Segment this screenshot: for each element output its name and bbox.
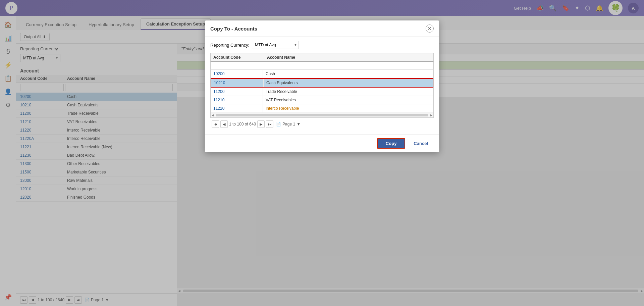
modal-filter-row xyxy=(210,62,434,70)
copy-button[interactable]: Copy xyxy=(377,138,406,149)
modal-overlay: Copy To - Accounts ✕ Reporting Currency:… xyxy=(0,0,644,306)
modal-scroll-left[interactable]: ◀ xyxy=(211,114,215,117)
modal-page-dropdown-arrow[interactable]: ▼ xyxy=(297,122,301,126)
modal-page-info: 1 to 100 of 640 xyxy=(229,122,256,126)
modal-scroll-right[interactable]: ▶ xyxy=(429,114,433,117)
modal-code-11210: 11210 xyxy=(211,96,263,104)
modal-name-trade-recv: Trade Receivable xyxy=(263,88,433,96)
modal-code-11220: 11220 xyxy=(211,104,263,112)
modal-page-icon: 📄 xyxy=(276,122,281,126)
modal-account-name-header: Account Name xyxy=(264,53,433,61)
modal-close-button[interactable]: ✕ xyxy=(426,24,434,33)
modal-code-10210: 10210 xyxy=(211,79,264,87)
modal-row-11220[interactable]: 11220 Interco Receivable xyxy=(211,104,433,113)
modal-name-cash: Cash xyxy=(263,70,433,78)
modal-code-filter-input[interactable] xyxy=(211,62,264,69)
modal-prev-page-button[interactable]: ◀ xyxy=(220,120,228,128)
modal-row-10200[interactable]: 10200 Cash xyxy=(211,70,433,78)
modal-row-11210[interactable]: 11210 VAT Receivables xyxy=(211,96,433,104)
copy-to-accounts-modal: Copy To - Accounts ✕ Reporting Currency:… xyxy=(205,20,439,152)
modal-reporting-select[interactable]: MTD at Avg xyxy=(252,41,299,49)
modal-next-page-button[interactable]: ▶ xyxy=(257,120,265,128)
modal-pagination: ⏮ ◀ 1 to 100 of 640 ▶ ⏭ 📄 Page 1 ▼ xyxy=(210,118,434,131)
modal-code-10200: 10200 xyxy=(211,70,263,78)
modal-name-filter-input[interactable] xyxy=(264,62,433,69)
modal-select-wrapper: MTD at Avg xyxy=(252,41,299,49)
modal-last-page-button[interactable]: ⏭ xyxy=(266,120,273,128)
modal-name-cash-equiv: Cash Equivalents xyxy=(264,79,433,87)
modal-hscroll-thumb[interactable] xyxy=(216,114,428,116)
modal-name-vat-recv: VAT Receivables xyxy=(263,96,433,104)
modal-account-code-header: Account Code xyxy=(211,53,264,61)
modal-footer: Copy Cancel xyxy=(205,135,439,152)
modal-table-header: Account Code Account Name xyxy=(210,53,434,62)
modal-title: Copy To - Accounts xyxy=(210,26,257,32)
modal-reporting-label: Reporting Currency: xyxy=(210,43,249,48)
modal-account-list: 10200 Cash 10210 Cash Equivalents 11200 … xyxy=(210,70,434,113)
modal-body: Reporting Currency: MTD at Avg Account C… xyxy=(205,37,439,135)
modal-code-11200: 11200 xyxy=(211,88,263,96)
modal-hscroll[interactable]: ◀ ▶ xyxy=(210,113,434,118)
modal-name-interco-recv: Interco Receivable xyxy=(263,104,433,112)
modal-first-page-button[interactable]: ⏮ xyxy=(212,120,219,128)
cancel-button[interactable]: Cancel xyxy=(408,138,434,149)
modal-reporting-row: Reporting Currency: MTD at Avg xyxy=(210,41,434,49)
modal-page-label: Page 1 xyxy=(282,122,295,126)
modal-header: Copy To - Accounts ✕ xyxy=(205,20,439,37)
modal-row-10210[interactable]: 10210 Cash Equivalents xyxy=(211,78,433,88)
modal-row-11200[interactable]: 11200 Trade Receivable xyxy=(211,88,433,96)
